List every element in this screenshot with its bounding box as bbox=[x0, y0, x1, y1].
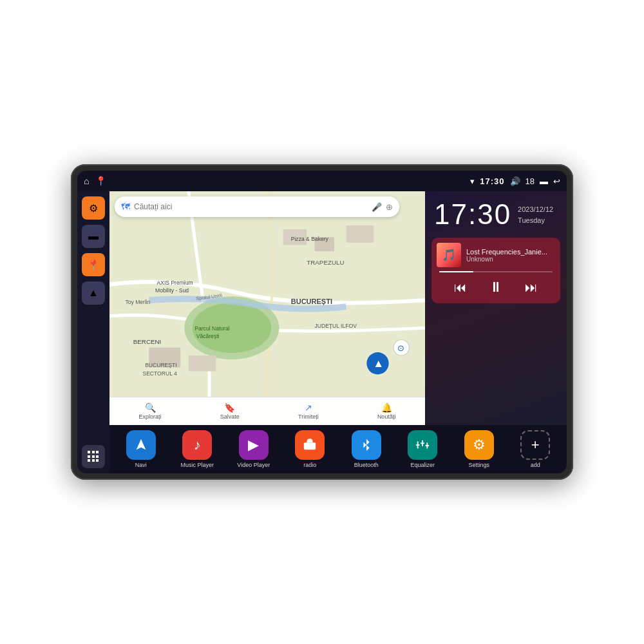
clock-time: 17:30 bbox=[434, 200, 511, 229]
svg-text:SECTORUL 4: SECTORUL 4 bbox=[142, 370, 177, 377]
svg-text:JUDEȚUL ILFOV: JUDEȚUL ILFOV bbox=[315, 323, 357, 329]
map-nav-explorați[interactable]: 🔍Explorați bbox=[139, 402, 162, 420]
app-grid-row: Navi♪Music Player▶Video PlayerradioBluet… bbox=[113, 430, 563, 468]
music-section: 🎵 Lost Frequencies_Janie... Unknown bbox=[431, 238, 560, 303]
prev-btn[interactable]: ⏮ bbox=[450, 279, 471, 296]
map-search-input[interactable] bbox=[134, 202, 368, 211]
svg-text:BERCENI: BERCENI bbox=[133, 338, 162, 345]
map-nav-salvate[interactable]: 🔖Salvate bbox=[220, 402, 240, 420]
back-icon[interactable]: ↩ bbox=[553, 176, 560, 186]
battery-icon: ▬ bbox=[540, 176, 548, 186]
music-title: Lost Frequencies_Janie... bbox=[466, 248, 555, 256]
device-screen: ⌂ 📍 ▾ 17:30 🔊 18 ▬ ↩ ⚙ ▬ 📍 ▲ bbox=[77, 171, 567, 473]
play-pause-btn[interactable]: ⏸ bbox=[485, 278, 507, 297]
battery-level: 18 bbox=[526, 176, 535, 186]
sidebar-files-btn[interactable]: ▬ bbox=[82, 225, 105, 248]
app-icon-navi bbox=[126, 430, 156, 460]
sidebar: ⚙ ▬ 📍 ▲ bbox=[77, 191, 109, 473]
app-equalizer[interactable]: Equalizer bbox=[403, 430, 442, 468]
music-text: Lost Frequencies_Janie... Unknown bbox=[466, 248, 555, 263]
app-icon-add: + bbox=[520, 430, 550, 460]
app-label-add: add bbox=[531, 462, 540, 468]
app-icon-video-player: ▶ bbox=[239, 430, 269, 460]
app-icon-radio bbox=[295, 430, 325, 460]
center-area: TRAPEZULU BUCUREȘTI JUDEȚUL ILFOV BUCURE… bbox=[109, 191, 567, 473]
volume-icon: 🔊 bbox=[510, 176, 520, 186]
app-label-radio: radio bbox=[303, 462, 316, 468]
status-left-icons: ⌂ 📍 bbox=[84, 176, 106, 186]
device-frame: ⌂ 📍 ▾ 17:30 🔊 18 ▬ ↩ ⚙ ▬ 📍 ▲ bbox=[71, 164, 573, 480]
clock-date: 2023/12/12 Tuesday bbox=[518, 200, 553, 225]
svg-rect-5 bbox=[346, 225, 374, 243]
svg-point-26 bbox=[312, 445, 314, 448]
sidebar-map-btn[interactable]: 📍 bbox=[82, 253, 105, 276]
status-right-icons: ▾ 17:30 🔊 18 ▬ ↩ bbox=[470, 176, 560, 186]
app-settings[interactable]: ⚙Settings bbox=[460, 430, 498, 468]
app-label-bluetooth: Bluetooth bbox=[354, 462, 379, 468]
app-label-equalizer: Equalizer bbox=[410, 462, 435, 468]
music-artist: Unknown bbox=[466, 256, 555, 263]
right-panel: 17:30 2023/12/12 Tuesday 🎵 bbox=[425, 191, 567, 425]
home-icon[interactable]: ⌂ bbox=[84, 176, 89, 186]
music-controls: ⏮ ⏸ ⏭ bbox=[437, 276, 555, 298]
sidebar-nav-btn[interactable]: ▲ bbox=[82, 281, 105, 305]
app-label-navi: Navi bbox=[135, 462, 147, 468]
app-icon-music-player: ♪ bbox=[182, 430, 212, 460]
clock-section: 17:30 2023/12/12 Tuesday bbox=[425, 191, 567, 235]
mic-icon[interactable]: 🎤 bbox=[372, 202, 382, 212]
svg-text:⊙: ⊙ bbox=[397, 343, 404, 353]
app-label-settings: Settings bbox=[468, 462, 489, 468]
status-bar: ⌂ 📍 ▾ 17:30 🔊 18 ▬ ↩ bbox=[77, 171, 567, 191]
svg-text:BUCUREȘTI: BUCUREȘTI bbox=[291, 298, 332, 305]
music-thumbnail: 🎵 bbox=[437, 243, 461, 267]
next-btn[interactable]: ⏭ bbox=[521, 279, 542, 296]
svg-text:Mobility - Sud: Mobility - Sud bbox=[155, 287, 189, 294]
svg-text:Parcul Natural: Parcul Natural bbox=[194, 325, 229, 332]
music-info-row: 🎵 Lost Frequencies_Janie... Unknown bbox=[437, 243, 555, 267]
google-maps-icon: 🗺 bbox=[121, 202, 130, 212]
svg-text:BUCUREȘTI: BUCUREȘTI bbox=[145, 362, 176, 368]
svg-text:Pizza & Bakery: Pizza & Bakery bbox=[291, 236, 329, 242]
app-music-player[interactable]: ♪Music Player bbox=[178, 430, 216, 468]
app-label-video-player: Video Player bbox=[237, 462, 270, 468]
map-nav-noutăți[interactable]: 🔔Noutăți bbox=[377, 402, 396, 420]
app-add[interactable]: +add bbox=[516, 430, 554, 468]
svg-text:Văcărești: Văcărești bbox=[196, 333, 220, 339]
time-display: 17:30 bbox=[480, 176, 504, 186]
music-progress-fill bbox=[439, 271, 473, 272]
app-icon-equalizer bbox=[408, 430, 437, 460]
svg-text:▲: ▲ bbox=[373, 357, 384, 370]
map-nav-trimiteți[interactable]: ↗Trimiteți bbox=[298, 402, 319, 420]
wifi-icon: ▾ bbox=[470, 176, 475, 186]
map-search-bar[interactable]: 🗺 🎤 ⊕ bbox=[115, 196, 399, 217]
app-label-music-player: Music Player bbox=[180, 462, 214, 468]
svg-rect-7 bbox=[189, 355, 216, 372]
map-svg: TRAPEZULU BUCUREȘTI JUDEȚUL ILFOV BUCURE… bbox=[109, 191, 425, 425]
app-grid-bar: Navi♪Music Player▶Video PlayerradioBluet… bbox=[109, 425, 567, 473]
app-icon-settings: ⚙ bbox=[464, 430, 494, 460]
app-navi[interactable]: Navi bbox=[122, 430, 160, 468]
music-progress-bar[interactable] bbox=[439, 271, 553, 272]
svg-text:Toy Merlin: Toy Merlin bbox=[126, 299, 151, 305]
app-bluetooth[interactable]: Bluetooth bbox=[347, 430, 386, 468]
main-content: ⚙ ▬ 📍 ▲ bbox=[77, 191, 567, 473]
svg-text:TRAPEZULU: TRAPEZULU bbox=[307, 259, 344, 266]
app-icon-bluetooth bbox=[352, 430, 381, 460]
top-row: TRAPEZULU BUCUREȘTI JUDEȚUL ILFOV BUCURE… bbox=[109, 191, 567, 425]
app-video-player[interactable]: ▶Video Player bbox=[234, 430, 273, 468]
apps-grid-btn[interactable] bbox=[82, 445, 105, 468]
svg-text:AXIS Premium: AXIS Premium bbox=[157, 279, 193, 286]
sidebar-settings-btn[interactable]: ⚙ bbox=[82, 196, 105, 220]
maps-icon[interactable]: 📍 bbox=[95, 176, 106, 186]
app-radio[interactable]: radio bbox=[290, 430, 329, 468]
map-nav-bar: 🔍Explorați🔖Salvate↗Trimiteți🔔Noutăți bbox=[109, 397, 425, 425]
layers-icon[interactable]: ⊕ bbox=[386, 202, 393, 212]
map-container[interactable]: TRAPEZULU BUCUREȘTI JUDEȚUL ILFOV BUCURE… bbox=[109, 191, 425, 425]
